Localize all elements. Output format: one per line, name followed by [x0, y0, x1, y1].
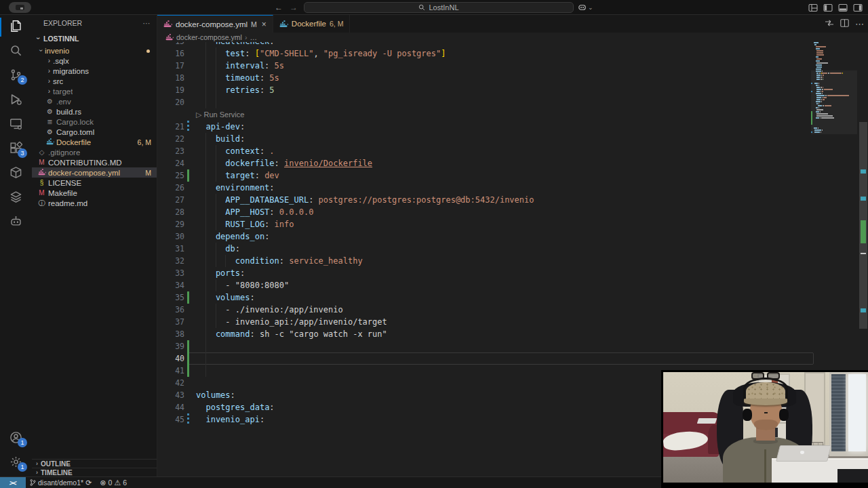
line-number[interactable]: 19: [157, 84, 184, 96]
activity-search[interactable]: [0, 39, 32, 64]
forward-icon[interactable]: →: [288, 2, 300, 13]
code-line-21[interactable]: 21api-dev:: [157, 121, 868, 133]
line-number[interactable]: 17: [157, 60, 184, 72]
tree-item-contributing-md[interactable]: MCONTRIBUTING.MD: [32, 157, 157, 167]
line-number[interactable]: 30: [157, 230, 184, 243]
minimap[interactable]: [814, 42, 857, 150]
workspace-root-item[interactable]: › LOSTINNL: [32, 31, 157, 45]
run-service-action[interactable]: ▷ Run Service: [196, 108, 868, 121]
tree-item--sqlx[interactable]: ›.sqlx: [32, 56, 157, 66]
window-controls-pill[interactable]: [9, 2, 31, 13]
customize-layout-icon[interactable]: [808, 3, 818, 12]
code-line-22[interactable]: 22build:: [157, 133, 868, 145]
code-line-19[interactable]: 19retries: 5: [157, 84, 868, 96]
toggle-panel-icon[interactable]: [837, 3, 848, 12]
line-number[interactable]: 15: [157, 42, 184, 47]
line-number[interactable]: 36: [157, 304, 184, 316]
tree-item-license[interactable]: §LICENSE: [32, 178, 157, 188]
line-number[interactable]: 33: [157, 267, 184, 279]
line-number[interactable]: 20: [157, 96, 184, 108]
line-number[interactable]: 23: [157, 145, 184, 157]
code-line-36[interactable]: 36- ./invenio:/app/invenio: [157, 304, 868, 316]
branch-status[interactable]: disant/demo1* ⟳: [26, 477, 96, 488]
tree-item-migrations[interactable]: ›migrations: [32, 66, 157, 76]
code-line-38[interactable]: 38command: sh -c "cargo watch -x run": [157, 328, 868, 340]
activity-container-cube[interactable]: [0, 161, 32, 186]
minimap-viewport[interactable]: [811, 70, 857, 134]
toggle-secondary-sidebar-icon[interactable]: [852, 3, 863, 12]
problems-status[interactable]: ⊗ 0 ⚠ 6: [96, 477, 131, 488]
breadcrumb-more[interactable]: …: [250, 33, 257, 41]
code-line-27[interactable]: 27APP__DATABASE_URL: postgres://postgres…: [157, 194, 868, 206]
code-line-31[interactable]: 31db:: [157, 243, 868, 255]
line-number[interactable]: 25: [157, 169, 184, 182]
tree-item-invenio[interactable]: ›invenio: [32, 45, 157, 56]
activity-robot[interactable]: [0, 210, 32, 235]
activity-account[interactable]: 1: [0, 426, 32, 451]
tab-docker-compose[interactable]: docker-compose.yml M ×: [157, 15, 273, 33]
tree-item--env[interactable]: ⚙.env: [32, 96, 157, 106]
explorer-more-actions-icon[interactable]: ⋯: [143, 19, 151, 27]
codelens-run-service[interactable]: ▷ Run Service: [157, 108, 868, 121]
code-line-16[interactable]: 16test: ["CMD-SHELL", "pg_isready -U pos…: [157, 47, 868, 60]
code-line-40[interactable]: 40: [157, 352, 868, 365]
line-number[interactable]: 40: [157, 352, 184, 365]
line-number[interactable]: 29: [157, 218, 184, 230]
tree-item-readme-md[interactable]: ⓘreadme.md: [32, 198, 157, 208]
more-actions-icon[interactable]: ⋯: [855, 19, 864, 29]
code-line-20[interactable]: 20: [157, 96, 868, 108]
line-number[interactable]: 18: [157, 72, 184, 84]
activity-run-debug[interactable]: [0, 88, 32, 113]
code-line-33[interactable]: 33ports:: [157, 267, 868, 279]
remote-indicator[interactable]: ><: [0, 477, 26, 488]
line-number[interactable]: 34: [157, 279, 184, 291]
code-line-35[interactable]: 35volumes:: [157, 291, 868, 304]
line-number[interactable]: 21: [157, 121, 184, 133]
line-number[interactable]: 26: [157, 182, 184, 194]
activity-files[interactable]: [0, 15, 32, 39]
line-number[interactable]: 38: [157, 328, 184, 340]
code-line-39[interactable]: 39: [157, 340, 868, 352]
tree-item-cargo-lock[interactable]: ≣Cargo.lock: [32, 117, 157, 127]
sidebar-panel-timeline[interactable]: ›TIMELINE: [32, 468, 157, 476]
code-line-25[interactable]: 25target: dev: [157, 169, 868, 182]
line-number[interactable]: 44: [157, 401, 184, 413]
sidebar-panel-outline[interactable]: ›OUTLINE: [32, 459, 157, 468]
line-number[interactable]: 22: [157, 133, 184, 145]
copilot-menu[interactable]: ⌄: [578, 3, 593, 12]
tree-item-docker-compose-yml[interactable]: docker-compose.ymlM: [32, 167, 157, 178]
activity-remote-explorer[interactable]: [0, 113, 32, 137]
toggle-sidebar-icon[interactable]: [823, 3, 833, 12]
tree-item-target[interactable]: ›target: [32, 86, 157, 96]
close-icon[interactable]: ×: [262, 20, 267, 29]
code-line-26[interactable]: 26environment:: [157, 182, 868, 194]
line-number[interactable]: 28: [157, 206, 184, 218]
tree-item-makefile[interactable]: MMakefile: [32, 188, 157, 198]
code-line-30[interactable]: 30depends_on:: [157, 230, 868, 243]
line-number[interactable]: 27: [157, 194, 184, 206]
line-number[interactable]: 43: [157, 389, 184, 401]
line-number[interactable]: 39: [157, 340, 184, 352]
code-line-34[interactable]: 34- "8080:8080": [157, 279, 868, 291]
breadcrumb-file[interactable]: docker-compose.yml: [176, 33, 242, 41]
code-line-29[interactable]: 29RUST_LOG: info: [157, 218, 868, 230]
line-number[interactable]: 42: [157, 377, 184, 389]
activity-layers[interactable]: [0, 186, 32, 210]
split-editor-icon[interactable]: [840, 18, 849, 30]
code-line-23[interactable]: 23context: .: [157, 145, 868, 157]
line-number[interactable]: 45: [157, 413, 184, 426]
line-number[interactable]: 32: [157, 255, 184, 267]
back-icon[interactable]: ←: [273, 2, 285, 13]
line-number[interactable]: 16: [157, 47, 184, 60]
open-changes-icon[interactable]: [825, 18, 834, 30]
code-line-18[interactable]: 18timeout: 5s: [157, 72, 868, 84]
activity-source-control[interactable]: 2: [0, 64, 32, 88]
tree-item-build-rs[interactable]: ⚙build.rs: [32, 106, 157, 117]
command-center-search[interactable]: LostInNL: [304, 2, 574, 13]
tree-item--gitignore[interactable]: ◇.gitignore: [32, 147, 157, 157]
code-line-32[interactable]: 32condition: service_healthy: [157, 255, 868, 267]
activity-extensions[interactable]: 3: [0, 137, 32, 161]
code-line-28[interactable]: 28APP__HOST: 0.0.0.0: [157, 206, 868, 218]
line-number[interactable]: 37: [157, 316, 184, 328]
line-number[interactable]: 35: [157, 291, 184, 304]
